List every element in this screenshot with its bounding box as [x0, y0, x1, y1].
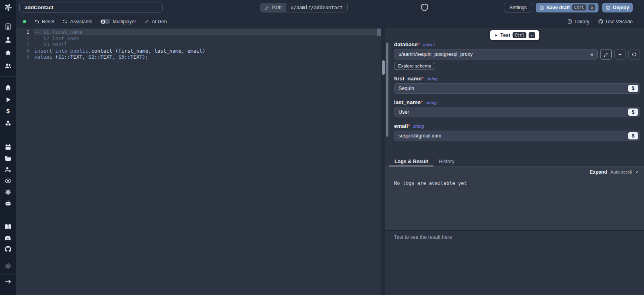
kbd-ctrl: Ctrl	[513, 32, 526, 38]
path-label: Path	[272, 5, 282, 10]
splitter-handle[interactable]	[382, 60, 385, 75]
path-badge[interactable]: Path u/aamir/addcontact	[260, 3, 348, 12]
required-mark: *	[408, 123, 410, 129]
field-name: last_name	[394, 99, 421, 105]
field-type: string	[413, 124, 424, 129]
sidebar-item-schedules[interactable]	[4, 143, 12, 151]
code-line[interactable]: 1-- $1 first_name	[16, 29, 381, 35]
use-vscode-button[interactable]: Use VScode	[598, 19, 633, 25]
line-number: 3	[16, 41, 29, 48]
library-icon	[567, 19, 572, 24]
line-content: -- $3 email	[34, 41, 381, 48]
multiplayer-toggle[interactable]: Multiplayer	[100, 19, 136, 25]
sidebar-item-variables[interactable]	[4, 108, 12, 115]
user-icon	[4, 36, 12, 43]
result-pane: Test to see the result here	[385, 230, 644, 295]
tab-history[interactable]: History	[433, 158, 460, 166]
pencil-icon	[265, 6, 269, 10]
last-name-input[interactable]	[394, 107, 640, 117]
field-name: email	[394, 123, 408, 129]
panel-scrollbar[interactable]	[386, 43, 388, 137]
editor-scrollbar[interactable]	[377, 29, 381, 36]
resources-icon	[4, 119, 12, 127]
clear-icon[interactable]	[589, 52, 594, 57]
toggle-switch[interactable]	[100, 19, 110, 24]
path-value: u/aamir/addcontact	[286, 3, 347, 12]
docs-icon	[4, 223, 12, 231]
script-name-input[interactable]	[19, 2, 163, 13]
add-resource-button[interactable]	[614, 49, 626, 59]
panel-splitter[interactable]	[381, 28, 385, 295]
save-icon	[606, 5, 611, 10]
sidebar-item-home[interactable]	[4, 84, 12, 92]
reset-button[interactable]: Reset	[34, 19, 54, 25]
variable-picker-button[interactable]: $	[628, 109, 638, 116]
code-line[interactable]: 2-- $2 last_name	[16, 35, 381, 42]
code-line[interactable]: 4insert into public.contact (first_name,…	[16, 48, 381, 54]
kbd-enter: ↵	[529, 32, 535, 38]
sidebar-item-user[interactable]	[4, 36, 12, 43]
sidebar-item-discord[interactable]	[4, 234, 12, 242]
sidebar-item-favorites[interactable]	[4, 49, 12, 57]
sidebar-item-workspace[interactable]	[4, 23, 12, 31]
windmill-logo-icon[interactable]	[3, 2, 13, 12]
database-input[interactable]	[394, 49, 598, 59]
line-number: 2	[16, 35, 29, 42]
edit-resource-button[interactable]	[600, 49, 612, 59]
code-line[interactable]: 5values ($1::TEXT, $2::TEXT, $3::TEXT);	[16, 54, 381, 60]
logs-empty-text: No logs are available yet	[394, 180, 467, 186]
sidebar-item-folders[interactable]	[4, 155, 12, 162]
line-number: 4	[16, 48, 29, 54]
sidebar-item-audit-logs[interactable]	[4, 177, 12, 185]
editor-toolbar: Reset Assistants Multiplayer AI Gen Libr…	[16, 15, 644, 28]
sidebar-item-ai[interactable]	[4, 200, 12, 207]
expand-button[interactable]: Expand	[590, 169, 607, 175]
sidebar-item-workers[interactable]	[4, 166, 12, 174]
code-editor[interactable]: 1-- $1 first_name2-- $2 last_name3-- $3 …	[16, 28, 381, 295]
windmill-script-editor: Path u/aamir/addcontact Settings Save dr…	[0, 0, 644, 295]
save-draft-button[interactable]: Save draft Ctrl S	[536, 3, 599, 12]
sidebar-item-theme[interactable]	[4, 262, 12, 270]
check-icon[interactable]: ✓	[635, 169, 639, 175]
sidebar-item-github[interactable]	[4, 246, 12, 253]
sidebar	[0, 0, 16, 295]
sidebar-item-collapse[interactable]	[4, 278, 12, 286]
sidebar-item-docs[interactable]	[4, 223, 12, 231]
variables-icon	[4, 108, 12, 115]
field-label-last-name: last_name* string	[394, 99, 640, 106]
tab-logs-result[interactable]: Logs & Result	[389, 158, 433, 166]
line-number: 1	[16, 29, 29, 35]
library-button[interactable]: Library	[567, 19, 590, 25]
code-line[interactable]: 3-- $3 email	[16, 41, 381, 48]
sidebar-divider	[0, 76, 16, 77]
test-button[interactable]: Test Ctrl ↵	[490, 30, 539, 40]
sidebar-divider	[0, 274, 16, 275]
groups-icon	[4, 62, 12, 70]
logs-pane: Expand Auto scroll ✓ No logs are availab…	[385, 167, 644, 230]
field-name: database	[394, 41, 418, 47]
ai-icon	[4, 200, 12, 207]
first-name-input[interactable]	[394, 83, 640, 94]
assistants-button[interactable]: Assistants	[62, 19, 92, 25]
sidebar-item-runs[interactable]	[4, 96, 12, 103]
args-form: database* object Explore schema	[394, 41, 640, 141]
explore-schema-button[interactable]: Explore schema	[394, 62, 435, 70]
sidebar-item-settings[interactable]	[4, 188, 12, 196]
deploy-label: Deploy	[613, 5, 629, 10]
autoscroll-label[interactable]: Auto scroll	[610, 170, 632, 174]
line-number: 5	[16, 54, 29, 60]
discord-icon	[4, 234, 12, 242]
line-content: -- $2 last_name	[34, 35, 381, 42]
sidebar-item-groups[interactable]	[4, 62, 12, 70]
deploy-button[interactable]: Deploy	[602, 3, 633, 12]
variable-picker-button[interactable]: $	[628, 85, 638, 92]
code-lines: 1-- $1 first_name2-- $2 last_name3-- $3 …	[16, 28, 381, 60]
settings-button[interactable]: Settings	[504, 3, 532, 12]
refresh-resource-button[interactable]	[628, 49, 640, 59]
runs-icon	[4, 96, 12, 103]
sidebar-item-resources[interactable]	[4, 119, 12, 127]
email-input[interactable]	[394, 131, 640, 141]
ai-gen-button[interactable]: AI Gen	[144, 19, 167, 25]
variable-picker-button[interactable]: $	[628, 132, 638, 139]
line-content: -- $1 first_name	[34, 29, 381, 35]
